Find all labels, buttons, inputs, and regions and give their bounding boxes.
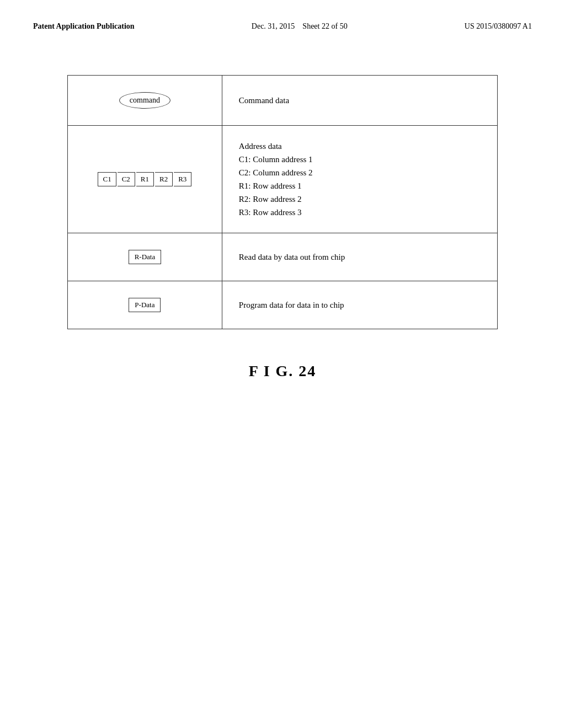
command-right-cell: Command data xyxy=(222,76,497,126)
page: Patent Application Publication Dec. 31, … xyxy=(0,0,565,728)
addr-box-r3: R3 xyxy=(174,172,191,186)
rdata-right-cell: Read data by data out from chip xyxy=(222,233,497,281)
address-left-cell: C1 C2 R1 R2 R3 xyxy=(68,126,222,233)
command-description: Command data xyxy=(239,96,289,105)
address-description: Address data C1: Column address 1 C2: Co… xyxy=(239,140,481,219)
diagram-table: command Command data C1 C2 R1 R2 R3 xyxy=(67,75,498,329)
command-oval: command xyxy=(119,92,170,109)
header-date-sheet: Dec. 31, 2015 Sheet 22 of 50 xyxy=(252,22,348,31)
address-boxes: C1 C2 R1 R2 R3 xyxy=(79,172,211,186)
table-row: R-Data Read data by data out from chip xyxy=(68,233,498,281)
page-header: Patent Application Publication Dec. 31, … xyxy=(33,22,532,31)
figure-caption: F I G. 24 xyxy=(249,362,317,380)
table-row: command Command data xyxy=(68,76,498,126)
addr-box-c2: C2 xyxy=(118,172,135,186)
rdata-description: Read data by data out from chip xyxy=(239,253,345,261)
header-sheet: Sheet 22 of 50 xyxy=(302,22,347,30)
header-publication-label: Patent Application Publication xyxy=(33,22,135,31)
pdata-right-cell: Program data for data in to chip xyxy=(222,281,497,329)
rdata-rect: R-Data xyxy=(129,250,162,264)
rdata-left-cell: R-Data xyxy=(68,233,222,281)
command-left-cell: command xyxy=(68,76,222,126)
header-date: Dec. 31, 2015 xyxy=(252,22,301,30)
address-right-cell: Address data C1: Column address 1 C2: Co… xyxy=(222,126,497,233)
header-patent-number: US 2015/0380097 A1 xyxy=(465,22,532,31)
table-row: P-Data Program data for data in to chip xyxy=(68,281,498,329)
addr-box-r2: R2 xyxy=(155,172,173,186)
addr-box-r1: R1 xyxy=(136,172,154,186)
addr-box-c1: C1 xyxy=(98,172,116,186)
main-content: command Command data C1 C2 R1 R2 R3 xyxy=(33,64,532,380)
pdata-rect: P-Data xyxy=(129,298,161,312)
table-row: C1 C2 R1 R2 R3 Address data C1: Column a… xyxy=(68,126,498,233)
pdata-left-cell: P-Data xyxy=(68,281,222,329)
pdata-description: Program data for data in to chip xyxy=(239,301,344,309)
